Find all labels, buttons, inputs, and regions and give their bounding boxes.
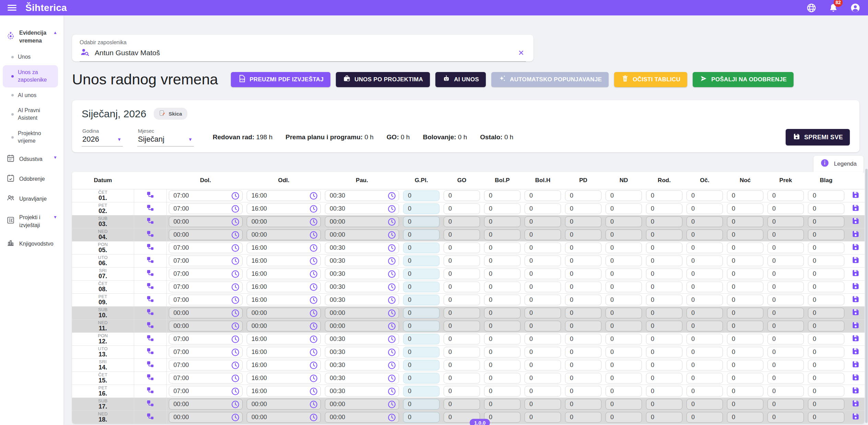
- rod-input[interactable]: 0: [646, 308, 682, 318]
- departure-time-input[interactable]: 16:00: [247, 269, 321, 279]
- nd-input[interactable]: 0: [606, 308, 642, 318]
- noc-input[interactable]: 0: [727, 308, 763, 318]
- gpl-input[interactable]: 0: [403, 321, 439, 331]
- departure-time-input[interactable]: 16:00: [247, 282, 321, 292]
- arrival-time-input[interactable]: 07:00: [169, 347, 243, 357]
- bolp-input[interactable]: 0: [484, 256, 520, 266]
- row-save-icon[interactable]: [851, 282, 860, 291]
- blag-input[interactable]: 0: [808, 203, 844, 214]
- project-assign-icon[interactable]: [146, 216, 155, 225]
- pd-input[interactable]: 0: [565, 269, 601, 279]
- bolh-input[interactable]: 0: [525, 256, 561, 266]
- arrival-time-input[interactable]: 07:00: [169, 295, 243, 305]
- go-input[interactable]: 0: [444, 334, 480, 344]
- prek-input[interactable]: 0: [767, 373, 804, 383]
- departure-time-input[interactable]: 16:00: [247, 373, 321, 383]
- save-all-button[interactable]: SPREMI SVE: [786, 129, 850, 145]
- oc-input[interactable]: 0: [687, 373, 723, 383]
- project-assign-icon[interactable]: [146, 386, 155, 395]
- gpl-input[interactable]: 0: [403, 360, 439, 370]
- bolh-input[interactable]: 0: [525, 308, 561, 318]
- row-save-icon[interactable]: [851, 399, 860, 408]
- user-avatar-icon[interactable]: [850, 3, 860, 13]
- sidebar-item-projekti-i-izvjestaji[interactable]: Projekti i izvještaji ▼: [0, 209, 61, 234]
- prek-input[interactable]: 0: [767, 216, 804, 227]
- oc-input[interactable]: 0: [687, 347, 723, 357]
- arrival-time-input[interactable]: 07:00: [169, 269, 243, 279]
- pd-input[interactable]: 0: [565, 282, 601, 292]
- bolh-input[interactable]: 0: [525, 216, 561, 227]
- arrival-time-input[interactable]: 07:00: [169, 360, 243, 370]
- nd-input[interactable]: 0: [606, 216, 642, 227]
- noc-input[interactable]: 0: [727, 295, 763, 305]
- nd-input[interactable]: 0: [606, 386, 642, 397]
- go-input[interactable]: 0: [444, 282, 480, 292]
- language-globe-icon[interactable]: [806, 3, 817, 13]
- pause-time-input[interactable]: 00:30: [325, 256, 399, 266]
- oc-input[interactable]: 0: [687, 216, 723, 227]
- blag-input[interactable]: 0: [808, 295, 844, 305]
- blag-input[interactable]: 0: [808, 321, 844, 331]
- arrival-time-input[interactable]: 00:00: [169, 229, 243, 240]
- bolp-input[interactable]: 0: [484, 399, 520, 410]
- project-entry-button[interactable]: UNOS PO PROJEKTIMA: [336, 72, 430, 87]
- rod-input[interactable]: 0: [646, 360, 682, 370]
- bolp-input[interactable]: 0: [484, 347, 520, 357]
- bolh-input[interactable]: 0: [525, 269, 561, 279]
- blag-input[interactable]: 0: [808, 386, 844, 397]
- rod-input[interactable]: 0: [646, 347, 682, 357]
- row-save-icon[interactable]: [851, 190, 860, 199]
- rod-input[interactable]: 0: [646, 216, 682, 227]
- pd-input[interactable]: 0: [565, 412, 601, 423]
- gpl-input[interactable]: 0: [403, 308, 439, 318]
- arrival-time-input[interactable]: 07:00: [169, 190, 243, 201]
- noc-input[interactable]: 0: [727, 190, 763, 201]
- row-save-icon[interactable]: [851, 216, 860, 225]
- rod-input[interactable]: 0: [646, 269, 682, 279]
- arrival-time-input[interactable]: 00:00: [169, 308, 243, 318]
- bolp-input[interactable]: 0: [484, 373, 520, 383]
- bolp-input[interactable]: 0: [484, 295, 520, 305]
- nd-input[interactable]: 0: [606, 229, 642, 240]
- pause-time-input[interactable]: 00:30: [325, 203, 399, 214]
- employee-select-input[interactable]: Antun Gustav Matoš ×: [80, 47, 526, 62]
- departure-time-input[interactable]: 16:00: [247, 203, 321, 214]
- sidebar-item-projektno-vrijeme[interactable]: Projektno vrijeme: [3, 126, 58, 149]
- nd-input[interactable]: 0: [606, 269, 642, 279]
- bolh-input[interactable]: 0: [525, 295, 561, 305]
- nd-input[interactable]: 0: [606, 347, 642, 357]
- arrival-time-input[interactable]: 00:00: [169, 412, 243, 423]
- pd-input[interactable]: 0: [565, 295, 601, 305]
- bolp-input[interactable]: 0: [484, 282, 520, 292]
- row-save-icon[interactable]: [851, 243, 860, 251]
- arrival-time-input[interactable]: 07:00: [169, 256, 243, 266]
- blag-input[interactable]: 0: [808, 282, 844, 292]
- rod-input[interactable]: 0: [646, 229, 682, 240]
- nd-input[interactable]: 0: [606, 321, 642, 331]
- sidebar-item-knjigovodstvo[interactable]: Knjigovodstvo: [0, 234, 61, 253]
- departure-time-input[interactable]: 00:00: [247, 216, 321, 227]
- year-select[interactable]: Godina 2026 ▼: [82, 128, 123, 146]
- gpl-input[interactable]: 0: [403, 282, 439, 292]
- noc-input[interactable]: 0: [727, 360, 763, 370]
- arrival-time-input[interactable]: 07:00: [169, 243, 243, 253]
- project-assign-icon[interactable]: [146, 373, 155, 382]
- blag-input[interactable]: 0: [808, 347, 844, 357]
- go-input[interactable]: 0: [444, 243, 480, 253]
- noc-input[interactable]: 0: [727, 216, 763, 227]
- pause-time-input[interactable]: 00:30: [325, 295, 399, 305]
- departure-time-input[interactable]: 16:00: [247, 256, 321, 266]
- row-save-icon[interactable]: [851, 347, 860, 356]
- rod-input[interactable]: 0: [646, 295, 682, 305]
- blag-input[interactable]: 0: [808, 229, 844, 240]
- sidebar-item-ai-unos[interactable]: AI unos: [3, 88, 58, 103]
- row-save-icon[interactable]: [851, 269, 860, 278]
- pause-time-input[interactable]: 00:30: [325, 360, 399, 370]
- oc-input[interactable]: 0: [687, 256, 723, 266]
- bolp-input[interactable]: 0: [484, 334, 520, 344]
- gpl-input[interactable]: 0: [403, 203, 439, 214]
- noc-input[interactable]: 0: [727, 269, 763, 279]
- bolh-input[interactable]: 0: [525, 282, 561, 292]
- oc-input[interactable]: 0: [687, 321, 723, 331]
- go-input[interactable]: 0: [444, 229, 480, 240]
